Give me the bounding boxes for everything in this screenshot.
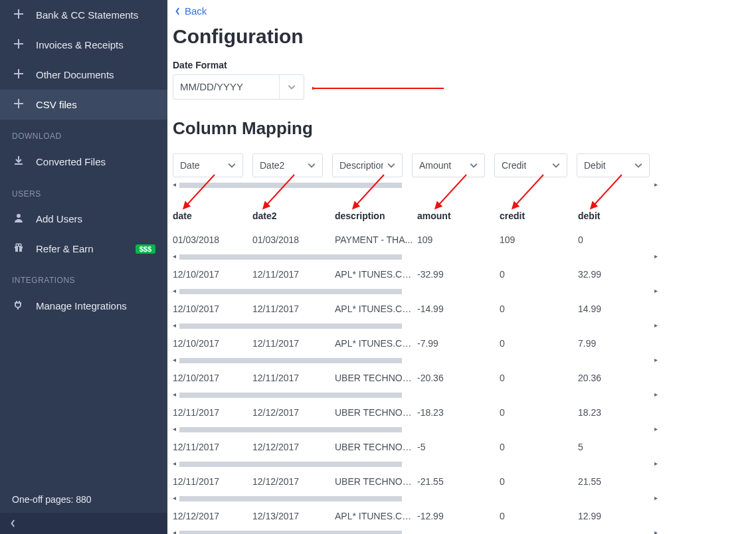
table-row: 12/12/201712/13/2017APL* ITUNES.CO...-12… <box>173 504 658 528</box>
scroll-left-icon[interactable]: ◂ <box>173 460 176 467</box>
column-mapping-heading: Column Mapping <box>173 118 756 139</box>
col-header-credit: credit <box>500 207 578 228</box>
cell-credit: 0 <box>500 504 578 528</box>
scroll-right-icon[interactable]: ▸ <box>654 287 658 294</box>
row-scrollbar[interactable]: ◂▸ <box>173 426 658 434</box>
map-select-date2[interactable]: Date2 <box>252 153 323 177</box>
row-scrollbar[interactable]: ◂▸ <box>173 460 658 468</box>
cell-date2: 12/11/2017 <box>252 331 335 355</box>
row-scrollbar[interactable]: ◂▸ <box>173 322 658 330</box>
scroll-right-icon[interactable]: ▸ <box>654 356 658 363</box>
map-select-label: Debit <box>584 160 606 171</box>
plus-icon <box>12 99 25 110</box>
back-link[interactable]: Back <box>174 5 207 17</box>
sidebar-item-bank-cc-statements[interactable]: Bank & CC Statements <box>0 0 167 30</box>
map-select-label: Credit <box>502 160 526 171</box>
cell-credit: 0 <box>500 470 578 493</box>
cell-date2: 12/12/2017 <box>252 435 335 459</box>
cell-credit: 0 <box>500 331 578 355</box>
chevron-down-icon <box>552 161 560 169</box>
main-content: Back Configuration Date Format MM/DD/YYY… <box>167 0 756 534</box>
chevron-down-icon <box>387 161 395 169</box>
cell-description: APL* ITUNES.CO... <box>335 504 417 528</box>
sidebar-item-label: Refer & Earn <box>36 243 94 254</box>
row-scrollbar[interactable]: ◂▸ <box>173 495 658 503</box>
scroll-right-icon[interactable]: ▸ <box>654 425 658 432</box>
map-select-amount[interactable]: Amount <box>412 153 485 177</box>
map-select-label: Date2 <box>260 160 284 171</box>
row-scrollbar[interactable]: ◂▸ <box>173 253 658 261</box>
cell-debit: 20.36 <box>578 366 644 390</box>
map-select-credit[interactable]: Credit <box>494 153 567 177</box>
row-scrollbar[interactable]: ◂▸ <box>173 529 658 535</box>
scroll-right-icon[interactable]: ▸ <box>654 321 658 329</box>
map-select-date[interactable]: Date <box>173 153 243 177</box>
scroll-left-icon[interactable]: ◂ <box>173 321 176 329</box>
sidebar-item-other-documents[interactable]: Other Documents <box>0 60 167 90</box>
table-row: 12/11/201712/12/2017UBER TECHNOL...-18.2… <box>173 400 658 424</box>
svg-point-5 <box>19 244 21 246</box>
sidebar-item-label: Invoices & Receipts <box>36 39 124 50</box>
cell-debit: 21.55 <box>578 470 644 493</box>
sidebar-item-refer-earn[interactable]: Refer & Earn$$$ <box>0 234 167 264</box>
date-format-select[interactable]: MM/DD/YYYY <box>173 74 304 100</box>
cell-date: 01/03/2018 <box>173 228 252 252</box>
row-scrollbar[interactable]: ◂▸ <box>173 391 658 399</box>
sidebar-item-label: Converted Files <box>36 156 106 167</box>
map-select-debit[interactable]: Debit <box>577 153 650 177</box>
scroll-right-icon[interactable]: ▸ <box>654 391 658 398</box>
scroll-right-icon[interactable]: ▸ <box>654 494 658 501</box>
user-icon <box>12 213 25 224</box>
scroll-right-icon[interactable]: ▸ <box>654 252 658 260</box>
scroll-left-icon[interactable]: ◂ <box>173 494 176 501</box>
cell-amount: -14.99 <box>417 297 500 321</box>
date-format-value: MM/DD/YYYY <box>180 81 243 92</box>
scroll-right-icon[interactable]: ▸ <box>654 529 658 535</box>
scroll-right-icon[interactable]: ▸ <box>654 181 658 188</box>
col-header-date: date <box>173 207 252 228</box>
cell-description: UBER TECHNOL... <box>335 400 417 424</box>
row-scrollbar[interactable]: ◂▸ <box>173 288 658 296</box>
cell-date: 12/11/2017 <box>173 435 252 459</box>
sidebar-item-converted-files[interactable]: Converted Files <box>0 146 167 177</box>
scroll-left-icon[interactable]: ◂ <box>173 529 176 535</box>
scroll-left-icon[interactable]: ◂ <box>173 181 176 188</box>
scroll-left-icon[interactable]: ◂ <box>173 252 176 260</box>
cell-date: 12/10/2017 <box>173 331 252 355</box>
cell-debit: 32.99 <box>578 262 644 286</box>
sidebar-item-invoices-receipts[interactable]: Invoices & Receipts <box>0 30 167 60</box>
sidebar-item-csv-files[interactable]: CSV files <box>0 90 167 120</box>
page-title: Configuration <box>173 25 756 48</box>
cell-date2: 01/03/2018 <box>252 228 335 252</box>
cell-amount: -7.99 <box>417 331 500 355</box>
cell-date2: 12/11/2017 <box>252 262 335 286</box>
cell-date2: 12/12/2017 <box>252 400 335 424</box>
cell-credit: 0 <box>500 262 578 286</box>
scroll-left-icon[interactable]: ◂ <box>173 287 176 294</box>
cell-description: APL* ITUNES.CO... <box>335 262 417 286</box>
scroll-left-icon[interactable]: ◂ <box>173 391 176 398</box>
sidebar-item-manage-integrations[interactable]: Manage Integrations <box>0 290 167 321</box>
cell-credit: 0 <box>500 366 578 390</box>
cell-description: APL* ITUNES.CO... <box>335 297 417 321</box>
svg-point-0 <box>17 214 21 218</box>
map-select-label: Description <box>339 160 383 171</box>
cell-amount: -5 <box>417 435 500 459</box>
sidebar-item-add-users[interactable]: Add Users <box>0 204 167 234</box>
cell-date: 12/10/2017 <box>173 366 252 390</box>
col-header-amount: amount <box>417 207 500 228</box>
date-format-label: Date Format <box>173 60 756 70</box>
row-scrollbar[interactable]: ◂▸ <box>173 357 658 365</box>
cell-date: 12/10/2017 <box>173 262 252 286</box>
sidebar-section-users: USERS <box>0 177 167 204</box>
map-select-description[interactable]: Description <box>332 153 403 177</box>
scroll-right-icon[interactable]: ▸ <box>654 460 658 467</box>
scroll-left-icon[interactable]: ◂ <box>173 356 176 363</box>
cell-credit: 0 <box>500 435 578 459</box>
scroll-left-icon[interactable]: ◂ <box>173 425 176 432</box>
sidebar-collapse-toggle[interactable] <box>0 513 167 534</box>
sidebar-section-integrations: INTEGRATIONS <box>0 264 167 290</box>
sidebar: Bank & CC StatementsInvoices & ReceiptsO… <box>0 0 167 534</box>
mapping-scrollbar[interactable]: ◂ ▸ <box>173 181 658 189</box>
cell-date: 12/10/2017 <box>173 297 252 321</box>
